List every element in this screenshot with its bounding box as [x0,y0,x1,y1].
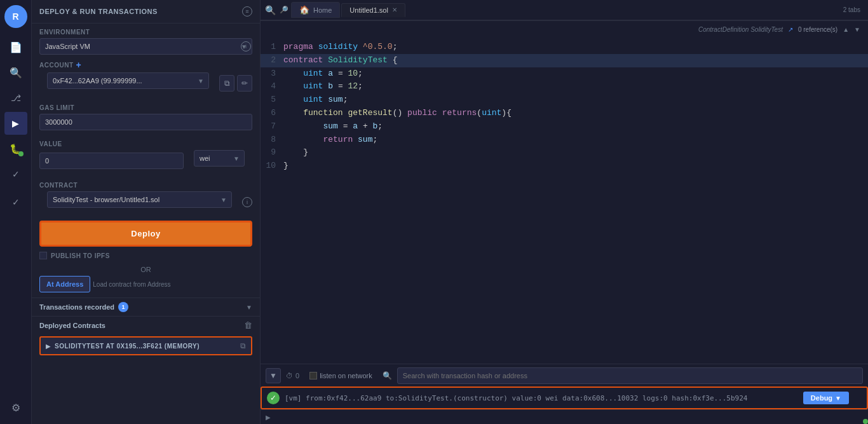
load-contract-label: Load contract from Address [93,281,170,288]
value-label: VALUE [32,135,260,150]
code-line-2: 2 contract SolidityTest { [261,54,868,67]
transaction-text: [vm] from:0xf42...62aa9 to:SolidityTest.… [285,394,798,402]
value-unit-wrapper: wei gwei finney ether ▼ [194,150,245,167]
search-tx-input[interactable] [403,372,857,380]
environment-select-wrapper: JavaScript VM ▼ i [39,38,252,55]
transaction-log: ✓ [vm] from:0xf42...62aa9 to:SolidityTes… [261,386,868,409]
contract-select-wrapper: SolidityTest - browser/Untitled1.sol ▼ [47,191,232,208]
contract-row: SolidityTest - browser/Untitled1.sol ▼ i [39,191,252,213]
code-line-6: 6 function getResult() public returns(ui… [261,107,868,120]
deployed-contract-copy-icon[interactable]: ⧉ [240,341,246,350]
top-status-bar: ContractDefinition SolidityTest ↗ 0 refe… [261,20,868,38]
sidebar: R 📄 🔍 ⎇ ▶ 🐛 ✓ ✓ ⚙ [0,0,32,424]
sidebar-icon-git[interactable]: ⎇ [4,86,27,109]
account-select-wrapper: 0xF42...62AA9 (99.999999... ▼ [47,72,209,89]
search-terminal-icon: 🔍 [383,371,392,380]
deploy-panel: DEPLOY & RUN TRANSACTIONS ≡ ENVIRONMENT … [32,0,261,424]
zoom-in-btn[interactable]: 🔎 [277,3,291,17]
main-area: 🔍 🔎 🏠 Home Untitled1.sol ✕ 2 tabs Contra… [261,0,868,424]
gas-limit-label: GAS LIMIT [32,99,260,114]
navigate-icon[interactable]: ↗ [788,26,793,33]
ref-down-arrow[interactable]: ▼ [854,26,860,33]
publish-ipfs-checkbox[interactable] [39,252,47,259]
at-address-button[interactable]: At Address [39,276,90,292]
contract-info-icon[interactable]: i [242,197,252,207]
transactions-badge: 1 [118,302,128,312]
code-line-3: 3 uint a = 10; [261,67,868,81]
value-row: wei gwei finney ether ▼ [39,150,252,172]
brand-icon: R [4,5,27,28]
contract-label: CONTRACT [32,177,260,191]
contract-expand-arrow[interactable]: ▶ [46,343,51,350]
deploy-button[interactable]: Deploy [39,221,252,247]
debug-button[interactable]: Debug ▼ [803,392,849,404]
tx-expand-arrow[interactable]: ▶ [266,414,271,421]
code-line-10: 10 } [261,160,868,173]
zoom-out-btn[interactable]: 🔍 [263,3,277,17]
success-icon: ✓ [267,392,280,404]
sidebar-icon-deploy[interactable]: ▶ [4,112,27,135]
tab-close-icon[interactable]: ✕ [392,6,397,13]
sidebar-icon-settings[interactable]: ⚙ [4,396,27,419]
environment-select[interactable]: JavaScript VM [39,38,252,55]
account-label: ACCOUNT [39,62,74,69]
environment-info-icon[interactable]: i [241,41,251,51]
deployed-contract-item: ▶ SOLIDITYTEST AT 0X195...3F621 (MEMORY)… [39,336,252,355]
tab-untitled1[interactable]: Untitled1.sol ✕ [341,3,405,17]
home-tab-icon: 🏠 [299,5,309,15]
tab-home[interactable]: 🏠 Home [291,2,340,18]
gas-limit-input[interactable] [39,114,252,130]
copy-account-btn[interactable]: ⧉ [219,75,234,92]
editor-tabs: 🔍 🔎 🏠 Home Untitled1.sol ✕ 2 tabs [261,0,868,20]
account-input-row: 0xF42...62AA9 (99.999999... ▼ ⧉ ✏ [39,72,252,94]
code-editor[interactable]: 1 pragma solidity ^0.5.0; 2 contract Sol… [261,38,868,364]
sidebar-icon-test[interactable]: ✓ [4,163,27,186]
terminal-clock: ⏱ 0 [286,372,299,380]
contract-definition-text: ContractDefinition SolidityTest [698,26,783,33]
transactions-recorded-toggle[interactable]: Transactions recorded 1 ▼ [32,297,260,316]
deploy-panel-title: DEPLOY & RUN TRANSACTIONS [39,8,158,15]
code-line-5: 5 uint sum; [261,93,868,107]
listen-network-label: listen on network [320,372,372,380]
listen-network-checkbox[interactable] [309,372,317,380]
or-divider: OR [32,263,260,276]
sidebar-icon-debug[interactable]: 🐛 [4,137,27,160]
sidebar-icon-files[interactable]: 📄 [4,36,27,58]
contract-select[interactable]: SolidityTest - browser/Untitled1.sol [47,191,232,208]
add-account-icon[interactable]: + [76,60,81,70]
code-line-7: 7 sum = a + b; [261,120,868,133]
terminal-bar: ▼ ⏱ 0 listen on network 🔍 [261,364,868,386]
sidebar-icon-check[interactable]: ✓ [4,191,27,214]
gas-limit-row [39,114,252,130]
value-unit-select[interactable]: wei gwei finney ether [194,150,245,167]
publish-ipfs-label: PUBLISH TO IPFS [51,252,110,259]
account-select[interactable]: 0xF42...62AA9 (99.999999... [47,72,209,89]
listen-network-row: listen on network [304,372,377,380]
untitled-tab-label: Untitled1.sol [349,6,388,14]
environment-label: ENVIRONMENT [32,24,260,38]
clock-icon: ⏱ [286,372,293,380]
clock-count: 0 [295,372,299,380]
home-tab-label: Home [313,6,332,14]
transactions-recorded-label: Transactions recorded [39,303,114,311]
transactions-toggle-arrow: ▼ [246,304,252,311]
deploy-panel-header: DEPLOY & RUN TRANSACTIONS ≡ [32,0,260,24]
value-input[interactable] [39,153,184,169]
deployed-contracts-toggle[interactable]: Deployed Contracts 🗑 [32,316,260,334]
publish-ipfs-row: PUBLISH TO IPFS [32,252,260,263]
panel-menu-icon[interactable]: ≡ [242,6,252,17]
search-tx-box[interactable] [397,367,863,384]
code-line-8: 8 return sum; [261,133,868,147]
tx-expand-row: ▶ [261,409,868,424]
ref-up-arrow[interactable]: ▲ [843,26,849,33]
terminal-down-btn[interactable]: ▼ [266,368,281,383]
sidebar-icon-search[interactable]: 🔍 [4,61,27,84]
deployed-contracts-right: 🗑 [244,320,252,330]
debug-dropdown-arrow[interactable]: ▼ [835,395,841,402]
debug-badge [18,151,24,156]
deployed-contract-name: SOLIDITYTEST AT 0X195...3F621 (MEMORY) [55,343,236,350]
code-line-9: 9 } [261,146,868,160]
delete-contracts-icon[interactable]: 🗑 [244,320,252,330]
edit-account-btn[interactable]: ✏ [237,75,252,92]
code-line-1: 1 pragma solidity ^0.5.0; [261,41,868,54]
